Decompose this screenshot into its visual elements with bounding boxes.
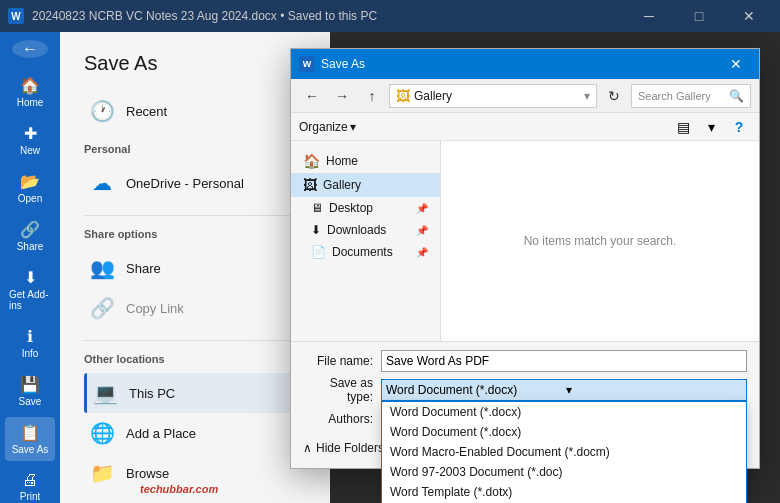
- dialog-back-button[interactable]: ←: [299, 83, 325, 109]
- hide-folders-icon: ∧: [303, 441, 312, 455]
- view-toggle-button[interactable]: ▤: [671, 115, 695, 139]
- nav-gallery-icon: 🖼: [303, 177, 317, 193]
- title-bar-controls: ─ □ ✕: [626, 0, 772, 32]
- address-bar[interactable]: 🖼 Gallery ▾: [389, 84, 597, 108]
- dialog-overlay: W Save As ✕ ← → ↑ 🖼 Gallery ▾ ↻ Search G…: [0, 32, 780, 503]
- dialog-app-icon: W: [299, 56, 315, 72]
- filename-input[interactable]: [381, 350, 747, 372]
- nav-pane-documents-label: Documents: [332, 245, 393, 259]
- search-placeholder-text: Search Gallery: [638, 90, 711, 102]
- empty-pane-message: No items match your search.: [524, 234, 677, 248]
- dropdown-item-word-docx[interactable]: Word Document (*.docx): [382, 402, 746, 422]
- savetype-row: Save as type: Word Document (*.docx) ▾ W…: [303, 376, 747, 404]
- maximize-button[interactable]: □: [676, 0, 722, 32]
- pin-icon-downloads: 📌: [416, 225, 428, 236]
- authors-label: Authors:: [303, 412, 373, 426]
- organize-button[interactable]: Organize ▾: [299, 120, 356, 134]
- title-bar-text: 20240823 NCRB VC Notes 23 Aug 2024.docx …: [32, 9, 618, 23]
- nav-desktop-icon: 🖥: [311, 201, 323, 215]
- dialog-toolbar: ← → ↑ 🖼 Gallery ▾ ↻ Search Gallery 🔍: [291, 79, 759, 113]
- dropdown-item-word-docx-2[interactable]: Word Document (*.docx): [382, 422, 746, 442]
- nav-pane-documents[interactable]: 📄 Documents 📌: [291, 241, 440, 263]
- nav-pane-desktop[interactable]: 🖥 Desktop 📌: [291, 197, 440, 219]
- dialog-body: 🏠 Home 🖼 Gallery 🖥 Desktop 📌 ⬇ Downloads…: [291, 141, 759, 341]
- savetype-select-wrapper: Word Document (*.docx) ▾ Word Document (…: [381, 379, 747, 401]
- nav-home-icon: 🏠: [303, 153, 320, 169]
- address-text: Gallery: [414, 89, 452, 103]
- nav-pane-home-label: Home: [326, 154, 358, 168]
- nav-pane-gallery[interactable]: 🖼 Gallery: [291, 173, 440, 197]
- dialog-subtoolbar: Organize ▾ ▤ ▾ ?: [291, 113, 759, 141]
- dialog-titlebar: W Save As ✕: [291, 49, 759, 79]
- dialog-main-pane: No items match your search.: [441, 141, 759, 341]
- nav-pane-gallery-label: Gallery: [323, 178, 361, 192]
- nav-downloads-icon: ⬇: [311, 223, 321, 237]
- dropdown-item-word-97[interactable]: Word 97-2003 Document (*.doc): [382, 462, 746, 482]
- dialog-refresh-button[interactable]: ↻: [601, 83, 627, 109]
- dialog-close-button[interactable]: ✕: [721, 49, 751, 79]
- filename-label: File name:: [303, 354, 373, 368]
- address-dropdown-icon: ▾: [584, 89, 590, 103]
- nav-pane-downloads[interactable]: ⬇ Downloads 📌: [291, 219, 440, 241]
- hide-folders-button[interactable]: ∧ Hide Folders: [303, 441, 384, 455]
- search-icon: 🔍: [729, 89, 744, 103]
- dialog-title-text: Save As: [321, 57, 715, 71]
- dialog-up-button[interactable]: ↑: [359, 83, 385, 109]
- savetype-label: Save as type:: [303, 376, 373, 404]
- savetype-value: Word Document (*.docx): [386, 383, 562, 397]
- organize-arrow-icon: ▾: [350, 120, 356, 134]
- app-icon: W: [8, 8, 24, 24]
- dialog-forward-button[interactable]: →: [329, 83, 355, 109]
- subtoolbar-right: ▤ ▾ ?: [671, 115, 751, 139]
- minimize-button[interactable]: ─: [626, 0, 672, 32]
- nav-pane-home[interactable]: 🏠 Home: [291, 149, 440, 173]
- close-app-button[interactable]: ✕: [726, 0, 772, 32]
- dialog-help-button[interactable]: ?: [727, 115, 751, 139]
- dialog-footer: File name: Save as type: Word Document (…: [291, 341, 759, 468]
- nav-pane-desktop-label: Desktop: [329, 201, 373, 215]
- dropdown-item-word-template[interactable]: Word Template (*.dotx): [382, 482, 746, 502]
- savetype-dropdown-icon: ▾: [566, 383, 742, 397]
- savetype-dropdown: Word Document (*.docx)Word Document (*.d…: [381, 401, 747, 503]
- save-as-dialog: W Save As ✕ ← → ↑ 🖼 Gallery ▾ ↻ Search G…: [290, 48, 760, 469]
- address-folder-icon: 🖼: [396, 88, 410, 104]
- pin-icon-documents: 📌: [416, 247, 428, 258]
- dropdown-item-word-macro[interactable]: Word Macro-Enabled Document (*.docm): [382, 442, 746, 462]
- search-bar[interactable]: Search Gallery 🔍: [631, 84, 751, 108]
- nav-pane-downloads-label: Downloads: [327, 223, 386, 237]
- watermark: techubbar.com: [140, 483, 218, 495]
- dialog-nav-pane: 🏠 Home 🖼 Gallery 🖥 Desktop 📌 ⬇ Downloads…: [291, 141, 441, 341]
- view-dropdown-button[interactable]: ▾: [699, 115, 723, 139]
- hide-folders-label: Hide Folders: [316, 441, 384, 455]
- filename-row: File name:: [303, 350, 747, 372]
- savetype-select[interactable]: Word Document (*.docx) ▾: [381, 379, 747, 401]
- nav-documents-icon: 📄: [311, 245, 326, 259]
- title-bar: W 20240823 NCRB VC Notes 23 Aug 2024.doc…: [0, 0, 780, 32]
- pin-icon-desktop: 📌: [416, 203, 428, 214]
